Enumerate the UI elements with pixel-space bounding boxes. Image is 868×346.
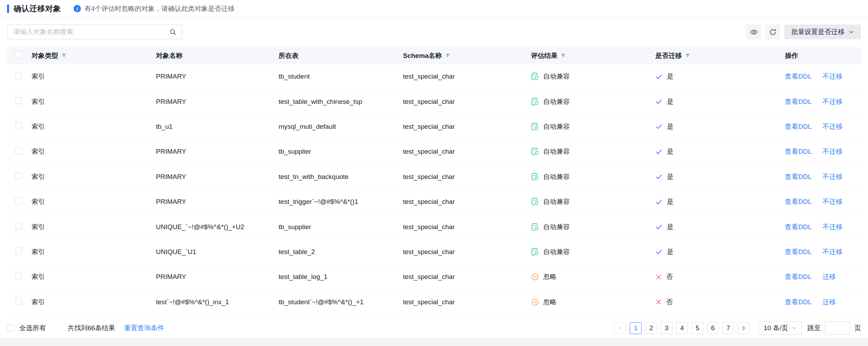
migrate-cell: 是 [655, 72, 785, 81]
filter-funnel-icon[interactable] [445, 53, 450, 58]
toggle-migrate-link[interactable]: 不迁移 [822, 248, 842, 255]
filter-funnel-icon[interactable] [61, 53, 67, 58]
search-input[interactable] [13, 28, 169, 36]
toggle-migrate-link[interactable]: 不迁移 [822, 173, 842, 180]
row-checkbox[interactable] [15, 273, 22, 280]
operations-cell: 查看DDL 不迁移 [785, 172, 861, 181]
row-select-cell [7, 147, 32, 156]
info-icon: i [74, 5, 81, 12]
object-name-cell: UNIQUE_`U1 [156, 248, 279, 256]
row-select-cell [7, 97, 32, 106]
table-name: tb_supplier [279, 223, 311, 231]
migrate-text: 是 [667, 147, 674, 156]
reset-query-link[interactable]: 重置查询条件 [124, 324, 164, 333]
ignore-icon [531, 298, 539, 306]
row-checkbox[interactable] [15, 122, 22, 129]
object-name: test`~!@#$%^&*()_inx_1 [156, 298, 229, 306]
eval-result-text: 自动兼容 [543, 172, 570, 181]
schema-name-cell: test_special_char [403, 98, 531, 106]
toggle-migrate-link[interactable]: 迁移 [822, 273, 836, 280]
migrate-cell: 是 [655, 222, 785, 232]
page-number-button[interactable]: 7 [722, 322, 734, 334]
view-ddl-link[interactable]: 查看DDL [785, 98, 812, 105]
object-type: 索引 [32, 223, 45, 231]
chevron-down-icon [792, 326, 797, 330]
view-ddl-link[interactable]: 查看DDL [785, 273, 812, 280]
toggle-migrate-link[interactable]: 迁移 [822, 298, 836, 306]
footer-left: 全选所有 共找到66条结果 重置查询条件 [7, 324, 164, 333]
toggle-migrate-link[interactable]: 不迁移 [822, 148, 842, 155]
view-ddl-link[interactable]: 查看DDL [785, 173, 812, 180]
migrate-cell: 是 [655, 122, 785, 131]
object-type: 索引 [32, 173, 45, 180]
row-select-cell [7, 72, 32, 81]
toggle-migrate-link[interactable]: 不迁移 [822, 123, 842, 130]
toggle-migrate-link[interactable]: 不迁移 [822, 198, 842, 205]
preview-columns-button[interactable] [746, 25, 761, 39]
object-name: UNIQUE_`~!@#$%^&*()_+U2 [156, 223, 244, 231]
view-ddl-link[interactable]: 查看DDL [785, 73, 812, 80]
table-name-cell: tb_student`~!@#$%^&*()_+1 [279, 298, 403, 306]
object-type: 索引 [32, 148, 45, 155]
object-name-cell: test`~!@#$%^&*()_inx_1 [156, 298, 279, 306]
view-ddl-link[interactable]: 查看DDL [785, 248, 812, 255]
filter-funnel-icon[interactable] [561, 53, 566, 58]
toggle-migrate-link[interactable]: 不迁移 [822, 98, 842, 105]
toggle-migrate-link[interactable]: 不迁移 [822, 73, 842, 80]
prev-page-button[interactable] [614, 322, 626, 334]
page-number-button[interactable]: 6 [707, 322, 719, 334]
select-all-checkbox[interactable] [7, 325, 14, 332]
toggle-migrate-link[interactable]: 不迁移 [822, 223, 842, 231]
row-checkbox[interactable] [15, 198, 22, 205]
table-name-cell: test_tn_with_backquote [279, 173, 403, 181]
eval-result-text: 自动兼容 [543, 197, 570, 206]
row-checkbox[interactable] [15, 172, 22, 179]
row-checkbox[interactable] [15, 97, 22, 104]
object-type: 索引 [32, 123, 45, 130]
row-select-cell [7, 247, 32, 256]
row-checkbox[interactable] [15, 147, 22, 154]
view-ddl-link[interactable]: 查看DDL [785, 123, 812, 130]
filter-funnel-icon[interactable] [685, 53, 690, 58]
row-checkbox[interactable] [15, 298, 22, 305]
select-all-header-checkbox[interactable] [15, 51, 22, 58]
row-checkbox[interactable] [15, 72, 22, 79]
check-icon [655, 248, 663, 255]
check-icon [655, 173, 663, 180]
row-select-cell [7, 222, 32, 231]
page-number-button[interactable]: 3 [661, 322, 672, 334]
search-box[interactable] [7, 25, 182, 39]
object-name-cell: PRIMARY [156, 198, 279, 206]
view-ddl-link[interactable]: 查看DDL [785, 223, 812, 231]
eval-result-cell: 自动兼容 [531, 247, 655, 257]
batch-set-migrate-button[interactable]: 批量设置是否迁移 [784, 25, 861, 39]
object-name: PRIMARY [156, 173, 186, 180]
object-name-cell: PRIMARY [156, 273, 279, 281]
page-number-button[interactable]: 1 [630, 322, 642, 334]
jump-page-input[interactable] [825, 321, 850, 335]
row-checkbox[interactable] [15, 222, 22, 229]
row-checkbox[interactable] [15, 247, 22, 254]
refresh-button[interactable] [765, 25, 780, 39]
view-ddl-link[interactable]: 查看DDL [785, 198, 812, 205]
table-row: 索引 test`~!@#$%^&*()_inx_1 tb_student`~!@… [7, 290, 861, 315]
row-select-cell [7, 298, 32, 306]
check-icon [655, 148, 663, 155]
page-number-button[interactable]: 5 [691, 322, 703, 334]
table-name-cell: test_trigger`~!@#$%^&*()1 [279, 198, 403, 206]
page-number-button[interactable]: 4 [676, 322, 688, 334]
next-page-button[interactable] [738, 322, 750, 334]
object-type: 索引 [32, 273, 45, 280]
table-row: 索引 PRIMARY test_table_with_chinese_tsp t… [7, 89, 861, 114]
schema-name-cell: test_special_char [403, 123, 531, 131]
migrate-text: 是 [667, 197, 674, 206]
migration-objects-table: 对象类型 对象名称 所在表 Schema名称 评估结果 是否迁移 操作 索引 P… [0, 47, 868, 315]
page-number-button[interactable]: 2 [645, 322, 657, 334]
search-icon[interactable] [169, 28, 177, 36]
view-ddl-link[interactable]: 查看DDL [785, 148, 812, 155]
table-name: test_table_log_1 [279, 273, 327, 280]
page-size-select[interactable]: 10 条/页 [759, 321, 802, 335]
table-name: mysql_muti_default [279, 123, 336, 130]
table-row: 索引 PRIMARY tb_student test_special_char … [7, 64, 861, 89]
view-ddl-link[interactable]: 查看DDL [785, 298, 812, 306]
